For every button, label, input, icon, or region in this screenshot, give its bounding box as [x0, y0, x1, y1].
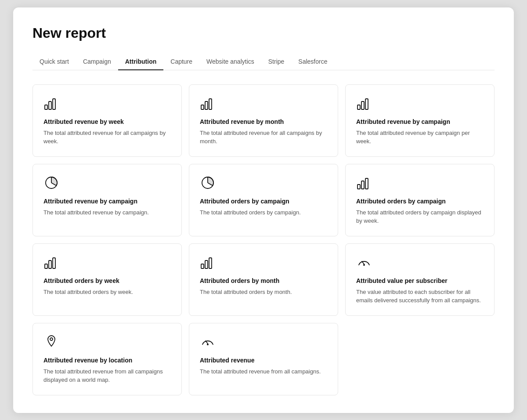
svg-rect-7 [361, 101, 364, 109]
card-description: The total attributed revenue from all ca… [43, 367, 171, 384]
card-title: Attributed orders by campaign [356, 198, 484, 205]
tab-campaign[interactable]: Campaign [76, 54, 118, 70]
card-description: The total attributed revenue for all cam… [200, 129, 327, 146]
card-title: Attributed revenue by campaign [356, 118, 484, 125]
bar-chart-icon [356, 175, 484, 191]
svg-rect-5 [209, 99, 212, 109]
svg-rect-14 [45, 264, 47, 268]
main-container: New report Quick startCampaignAttributio… [13, 7, 514, 413]
bar-chart-icon [200, 95, 327, 111]
card-description: The total attributed revenue for all cam… [43, 129, 171, 146]
svg-rect-1 [49, 101, 51, 109]
svg-rect-6 [357, 105, 360, 109]
card-attributed-value-subscriber[interactable]: Attributed value per subscriber The valu… [345, 243, 495, 316]
card-title: Attributed revenue [200, 357, 327, 364]
tab-bar: Quick startCampaignAttributionCaptureWeb… [32, 54, 495, 70]
card-attributed-revenue[interactable]: Attributed revenue The total attributed … [189, 323, 338, 395]
svg-rect-2 [53, 99, 55, 109]
card-description: The total attributed orders by campaign. [200, 208, 327, 217]
bar-chart-icon [43, 95, 171, 111]
svg-rect-0 [45, 105, 47, 109]
card-title: Attributed orders by campaign [200, 198, 327, 205]
tab-capture[interactable]: Capture [163, 54, 199, 70]
bar-chart-icon [200, 254, 327, 270]
tab-quick-start[interactable]: Quick start [32, 54, 76, 70]
svg-rect-15 [49, 261, 51, 268]
card-attributed-orders-campaign[interactable]: Attributed orders by campaign The total … [189, 164, 338, 236]
card-description: The total attributed orders by month. [200, 288, 327, 297]
svg-rect-16 [53, 258, 55, 268]
tab-salesforce[interactable]: Salesforce [291, 54, 334, 70]
card-title: Attributed revenue by week [43, 118, 171, 125]
card-attributed-revenue-location[interactable]: Attributed revenue by location The total… [32, 323, 182, 395]
card-description: The total attributed revenue by campaign… [43, 208, 171, 217]
svg-rect-11 [357, 185, 360, 189]
card-description: The total attributed orders by campaign … [356, 208, 484, 225]
card-attributed-orders-month[interactable]: Attributed orders by month The total att… [189, 243, 338, 316]
card-attributed-orders-week[interactable]: Attributed orders by week The total attr… [32, 243, 182, 316]
card-attributed-revenue-campaign[interactable]: Attributed revenue by campaign The total… [345, 84, 495, 157]
svg-rect-4 [205, 101, 208, 109]
card-attributed-revenue-campaign-pie[interactable]: Attributed revenue by campaign The total… [32, 164, 182, 236]
bar-chart-icon [43, 254, 171, 270]
svg-rect-18 [205, 261, 208, 268]
card-title: Attributed value per subscriber [356, 277, 484, 284]
card-attributed-revenue-month[interactable]: Attributed revenue by month The total at… [189, 84, 338, 157]
card-title: Attributed revenue by month [200, 118, 327, 125]
card-description: The total attributed revenue from all ca… [200, 367, 327, 376]
pie-chart-icon [200, 175, 327, 191]
gauge-icon [200, 334, 327, 350]
svg-rect-3 [201, 105, 204, 109]
svg-rect-17 [201, 264, 204, 268]
card-description: The value attributed to each subscriber … [356, 288, 484, 305]
tab-website-analytics[interactable]: Website analytics [199, 54, 261, 70]
bar-chart-icon [356, 95, 484, 111]
card-title: Attributed revenue by location [43, 357, 171, 364]
svg-rect-19 [209, 258, 212, 268]
card-attributed-orders-campaign-week[interactable]: Attributed orders by campaign The total … [345, 164, 495, 236]
svg-rect-13 [365, 178, 368, 189]
svg-rect-12 [361, 181, 364, 189]
card-title: Attributed orders by week [43, 277, 171, 284]
card-description: The total attributed orders by week. [43, 288, 171, 297]
card-title: Attributed orders by month [200, 277, 327, 284]
card-description: The total attributed revenue by campaign… [356, 129, 484, 146]
cards-grid: Attributed revenue by week The total att… [32, 84, 495, 395]
card-attributed-revenue-week[interactable]: Attributed revenue by week The total att… [32, 84, 182, 157]
svg-rect-8 [365, 99, 368, 109]
tab-attribution[interactable]: Attribution [118, 54, 164, 70]
svg-point-22 [50, 338, 53, 340]
gauge-icon [356, 254, 484, 270]
page-title: New report [32, 25, 495, 41]
tab-stripe[interactable]: Stripe [261, 54, 292, 70]
card-title: Attributed revenue by campaign [43, 198, 171, 205]
pin-icon [43, 334, 171, 350]
pie-chart-icon [43, 175, 171, 191]
